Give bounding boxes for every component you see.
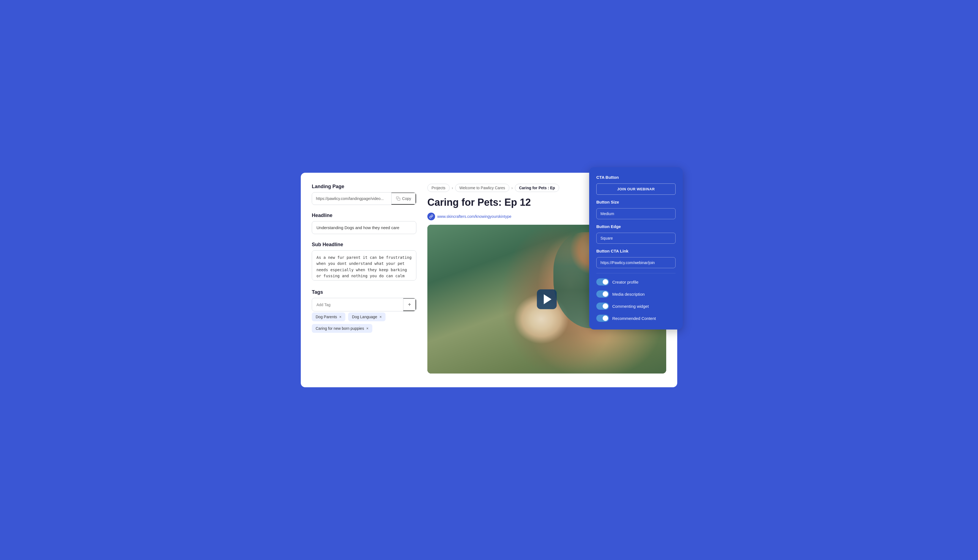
copy-icon xyxy=(396,197,401,201)
media-description-slider xyxy=(596,290,609,298)
recommended-content-toggle[interactable] xyxy=(596,315,609,322)
toggle-commenting-widget: Commenting widget xyxy=(596,303,676,310)
right-panel: CTA Button JOIN OUR WEBINAR Button Size … xyxy=(589,167,683,330)
toggle-creator-profile: Creator profile xyxy=(596,278,676,285)
media-description-toggle[interactable] xyxy=(596,290,609,298)
button-cta-link-label: Button CTA Link xyxy=(596,248,676,253)
headline-section: Headline xyxy=(312,213,416,234)
tags-list: Dog Parents × Dog Language × Caring for … xyxy=(312,312,416,333)
media-link[interactable]: www.skincrafters.com/knowingyourskintype xyxy=(437,214,511,219)
landing-page-label: Landing Page xyxy=(312,184,416,190)
sub-headline-label: Sub Headline xyxy=(312,242,416,248)
button-cta-link-section: Button CTA Link xyxy=(596,248,676,268)
commenting-widget-slider xyxy=(596,303,609,310)
toggle-media-description: Media description xyxy=(596,290,676,298)
tag-remove-new-born[interactable]: × xyxy=(366,326,369,331)
main-card: Landing Page https://pawlicy.com/landing… xyxy=(301,173,677,387)
chain-icon xyxy=(429,215,433,218)
divider xyxy=(596,273,676,273)
cta-button-section: CTA Button JOIN OUR WEBINAR xyxy=(596,175,676,195)
tag-chip-new-born: Caring for new born puppies × xyxy=(312,324,372,333)
breadcrumb-current[interactable]: Caring for Pets : Ep xyxy=(515,184,559,192)
tag-remove-dog-parents[interactable]: × xyxy=(339,315,342,319)
headline-label: Headline xyxy=(312,213,416,218)
landing-page-section: Landing Page https://pawlicy.com/landing… xyxy=(312,184,416,205)
tags-label: Tags xyxy=(312,289,416,295)
recommended-content-label: Recommended Content xyxy=(612,316,656,321)
commenting-widget-toggle[interactable] xyxy=(596,303,609,310)
url-row: https://pawlicy.com/landingpage/video...… xyxy=(312,192,416,205)
button-size-label: Button Size xyxy=(596,200,676,204)
recommended-content-slider xyxy=(596,315,609,322)
headline-input[interactable] xyxy=(312,221,416,234)
svg-rect-0 xyxy=(398,198,400,200)
button-edge-label: Button Edge xyxy=(596,224,676,229)
play-button[interactable] xyxy=(537,289,557,309)
tag-chip-dog-parents: Dog Parents × xyxy=(312,312,345,321)
commenting-widget-label: Commenting widget xyxy=(612,304,649,308)
link-icon xyxy=(427,213,435,220)
button-size-section: Button Size xyxy=(596,200,676,219)
copy-button[interactable]: Copy xyxy=(391,193,416,205)
breadcrumb-pawlicy-cares[interactable]: Welcome to Pawlicy Cares xyxy=(455,184,509,192)
button-edge-input[interactable] xyxy=(596,233,676,244)
tag-add-button[interactable]: + xyxy=(403,298,416,311)
outer-wrapper: Landing Page https://pawlicy.com/landing… xyxy=(296,168,682,392)
creator-profile-toggle[interactable] xyxy=(596,278,609,285)
sub-headline-input[interactable] xyxy=(312,250,416,280)
play-icon xyxy=(544,294,551,304)
cta-button-preview[interactable]: JOIN OUR WEBINAR xyxy=(596,183,676,195)
left-panel: Landing Page https://pawlicy.com/landing… xyxy=(312,184,416,373)
tag-remove-dog-language[interactable]: × xyxy=(379,315,382,319)
button-size-input[interactable] xyxy=(596,208,676,219)
tag-input[interactable] xyxy=(312,299,403,310)
button-cta-link-input[interactable] xyxy=(596,257,676,268)
sub-headline-section: Sub Headline xyxy=(312,242,416,282)
creator-profile-slider xyxy=(596,278,609,285)
button-edge-section: Button Edge xyxy=(596,224,676,244)
toggle-recommended-content: Recommended Content xyxy=(596,315,676,322)
tag-chip-dog-language: Dog Language × xyxy=(348,312,386,321)
breadcrumb-projects[interactable]: Projects xyxy=(427,184,450,192)
media-description-label: Media description xyxy=(612,292,645,297)
chevron-icon-1: › xyxy=(452,186,453,190)
cta-button-label: CTA Button xyxy=(596,175,676,180)
tag-add-row: + xyxy=(312,298,416,312)
chevron-icon-2: › xyxy=(512,186,513,190)
tags-section: Tags + Dog Parents × Dog Language × C xyxy=(312,289,416,333)
creator-profile-label: Creator profile xyxy=(612,280,638,284)
landing-page-url: https://pawlicy.com/landingpage/video... xyxy=(312,193,391,204)
